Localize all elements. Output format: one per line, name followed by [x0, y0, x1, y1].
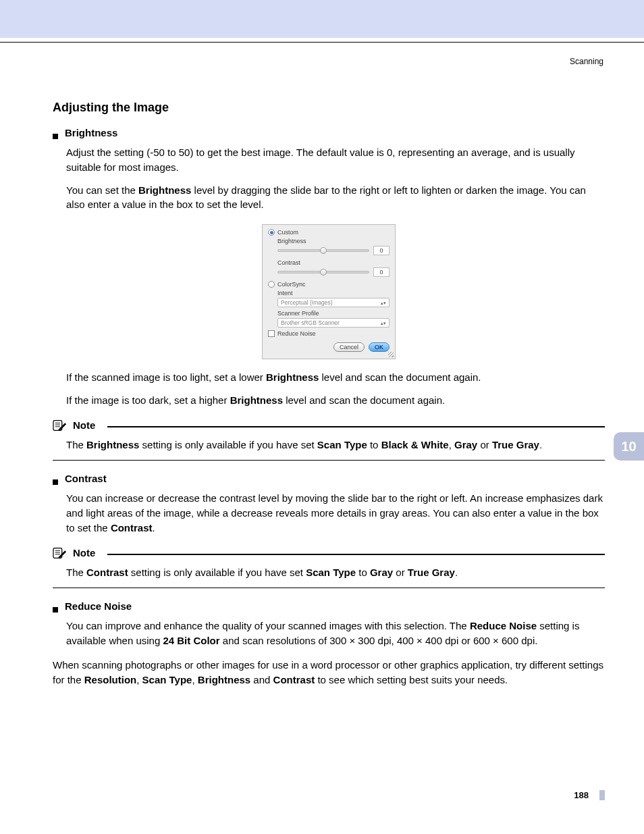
top-banner [0, 0, 644, 38]
updown-arrows-icon: ▴▾ [381, 301, 386, 305]
closing-paragraph: When scanning photographs or other image… [53, 658, 605, 687]
header-section-label: Scanning [570, 57, 603, 66]
ok-button: OK [369, 342, 390, 352]
brightness-p2: You can set the Brightness level by drag… [66, 183, 605, 213]
updown-arrows-icon: ▴▾ [381, 321, 386, 325]
square-bullet-icon [53, 134, 58, 139]
note-title: Note [73, 547, 95, 558]
label-colorsync: ColorSync [277, 281, 306, 288]
reduce-noise-p: You can improve and enhance the quality … [66, 619, 605, 648]
note-pencil-icon [53, 419, 68, 432]
dropdown-scanner-profile: Brother sRGB Scanner▴▾ [277, 318, 390, 328]
note-rule [107, 554, 605, 555]
note-rule [107, 426, 605, 427]
note-title: Note [73, 419, 95, 431]
resize-grip-icon [388, 352, 394, 357]
page-number-accent [599, 790, 605, 800]
brightness-after1: If the scanned image is too light, set a… [66, 370, 605, 385]
chapter-tab: 10 [614, 432, 644, 461]
note-bottom-rule [53, 588, 605, 588]
label-fig-brightness: Brightness [277, 238, 390, 244]
note-bottom-rule [53, 460, 605, 461]
radio-colorsync-icon [268, 281, 275, 288]
slider-thumb-icon [320, 247, 327, 254]
square-bullet-icon [53, 479, 58, 485]
bullet-contrast: Contrast [53, 473, 605, 484]
slider-brightness [277, 249, 369, 252]
brightness-after2: If the image is too dark, set a higher B… [66, 393, 605, 408]
slider-thumb-icon [320, 269, 327, 276]
note-brightness: Note The Brightness setting is only avai… [53, 419, 605, 461]
top-rule [0, 42, 644, 43]
note2-body: The Contrast setting is only available i… [66, 565, 605, 580]
note-pencil-icon [53, 546, 68, 560]
heading-reduce-noise: Reduce Noise [65, 600, 132, 612]
heading-brightness: Brightness [65, 127, 117, 138]
bullet-brightness: Brightness [53, 127, 605, 138]
dropdown-intent: Perceptual (Images)▴▾ [277, 298, 390, 307]
radio-custom-icon [268, 229, 275, 236]
slider-contrast [277, 271, 369, 273]
square-bullet-icon [53, 607, 58, 613]
label-custom: Custom [277, 229, 298, 236]
label-intent: Intent [277, 290, 390, 296]
note1-body: The Brightness setting is only available… [66, 438, 605, 452]
value-brightness: 0 [373, 246, 390, 255]
label-fig-contrast: Contrast [277, 259, 390, 266]
heading-contrast: Contrast [65, 473, 107, 484]
label-reduce-noise: Reduce Noise [277, 330, 316, 337]
settings-dialog-figure: Custom Brightness 0 Contrast 0 ColorSync [262, 224, 396, 359]
label-scanner-profile: Scanner Profile [277, 310, 390, 317]
bullet-reduce-noise: Reduce Noise [53, 600, 605, 612]
checkbox-reduce-noise-icon [268, 330, 275, 337]
brightness-p1: Adjust the setting (-50 to 50) to get th… [66, 145, 605, 175]
value-contrast: 0 [373, 267, 390, 277]
page-title: Adjusting the Image [53, 101, 605, 115]
page-number: 188 [574, 790, 589, 800]
note-contrast: Note The Contrast setting is only availa… [53, 546, 605, 589]
contrast-p: You can increase or decrease the contras… [66, 491, 605, 535]
cancel-button: Cancel [333, 342, 365, 352]
